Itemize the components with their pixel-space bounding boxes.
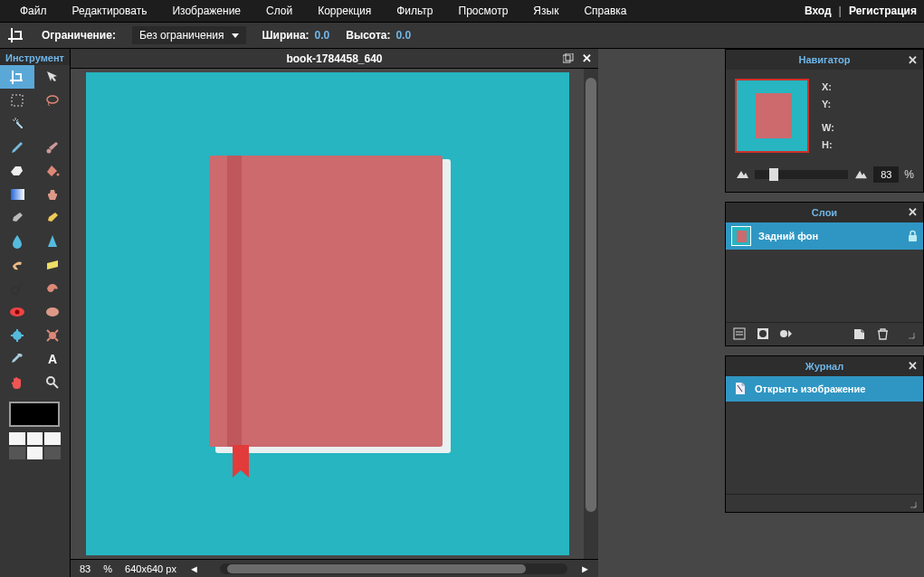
eraser-tool[interactable] bbox=[0, 159, 34, 183]
svg-point-3 bbox=[56, 174, 59, 176]
svg-point-8 bbox=[46, 307, 59, 317]
blur-tool[interactable] bbox=[0, 230, 34, 253]
marquee-tool[interactable] bbox=[0, 89, 34, 112]
sharpen-tool[interactable] bbox=[35, 230, 70, 253]
redeye-tool[interactable] bbox=[0, 300, 34, 324]
layer-mask-icon[interactable] bbox=[755, 326, 771, 342]
pencil-tool[interactable] bbox=[0, 136, 34, 159]
foreground-color-swatch[interactable] bbox=[9, 402, 60, 427]
history-panel-resize-icon[interactable] bbox=[903, 495, 919, 511]
layer-thumbnail bbox=[731, 226, 751, 246]
lock-icon[interactable] bbox=[908, 230, 918, 241]
draw-tool[interactable] bbox=[35, 206, 70, 230]
login-link[interactable]: Вход bbox=[805, 5, 832, 17]
menu-view[interactable]: Просмотр bbox=[446, 1, 521, 21]
history-title: Журнал bbox=[805, 361, 843, 372]
delete-layer-icon[interactable] bbox=[874, 326, 891, 342]
zoom-out-icon[interactable] bbox=[735, 169, 749, 180]
zoom-slider[interactable] bbox=[755, 170, 848, 179]
bucket-tool[interactable] bbox=[35, 159, 70, 183]
svg-point-2 bbox=[46, 149, 51, 154]
status-bar: 83 % 640x640 px ◄ ► bbox=[71, 559, 598, 577]
move-tool[interactable] bbox=[35, 65, 70, 89]
layer-row-background[interactable]: Задний фон bbox=[726, 222, 923, 250]
constraint-value: Без ограничения bbox=[139, 29, 224, 42]
gradient-tool[interactable] bbox=[0, 183, 34, 206]
wand-tool[interactable] bbox=[0, 112, 34, 136]
picker-tool[interactable] bbox=[0, 347, 34, 371]
new-layer-icon[interactable] bbox=[851, 326, 867, 342]
height-value[interactable]: 0.0 bbox=[395, 29, 411, 42]
svg-point-7 bbox=[15, 310, 20, 315]
svg-point-18 bbox=[759, 330, 767, 337]
document-icon bbox=[733, 382, 748, 396]
svg-point-5 bbox=[12, 287, 19, 294]
crop-tool-indicator-icon bbox=[5, 25, 25, 45]
options-bar: Ограничение: Без ограничения Ширина: 0.0… bbox=[0, 22, 924, 49]
svg-rect-0 bbox=[12, 95, 23, 106]
right-panel-column: Навигатор ✕ X: Y: W: H: 83 % bbox=[725, 49, 924, 577]
smudge-tool[interactable] bbox=[0, 253, 34, 277]
panel-resize-icon[interactable] bbox=[901, 326, 918, 342]
svg-point-1 bbox=[47, 96, 58, 103]
bloat-tool[interactable] bbox=[0, 324, 34, 347]
layers-panel: Слои ✕ Задний фон bbox=[725, 202, 924, 346]
hscroll-left-arrow-icon[interactable]: ◄ bbox=[189, 563, 198, 574]
type-tool[interactable]: A bbox=[35, 347, 70, 371]
register-link[interactable]: Регистрация bbox=[849, 5, 917, 17]
brush-tool[interactable] bbox=[35, 136, 70, 159]
spot-heal-tool[interactable] bbox=[35, 300, 70, 324]
menu-adjustment[interactable]: Коррекция bbox=[305, 1, 384, 21]
zoom-tool[interactable] bbox=[35, 371, 70, 394]
menu-layer[interactable]: Слой bbox=[253, 1, 305, 21]
svg-rect-4 bbox=[11, 189, 24, 200]
layer-styles-icon[interactable] bbox=[778, 326, 795, 342]
menu-filter[interactable]: Фильтр bbox=[384, 1, 445, 21]
document-header: book-1784458_640 ✕ bbox=[71, 49, 598, 69]
menu-language[interactable]: Язык bbox=[520, 1, 571, 21]
svg-rect-15 bbox=[909, 235, 917, 241]
svg-rect-13 bbox=[563, 55, 570, 62]
zoom-percent[interactable]: 83 bbox=[80, 563, 90, 574]
canvas-viewport[interactable] bbox=[71, 69, 584, 559]
canvas-dimensions: 640x640 px bbox=[125, 563, 176, 574]
lasso-tool[interactable] bbox=[35, 89, 70, 112]
hscroll-right-arrow-icon[interactable]: ► bbox=[580, 563, 589, 574]
menu-file[interactable]: Файл bbox=[7, 1, 60, 21]
vertical-scrollbar[interactable] bbox=[584, 69, 598, 559]
pinch-tool[interactable] bbox=[35, 324, 70, 347]
navigator-zoom-value[interactable]: 83 bbox=[873, 166, 899, 183]
tool-panel-title: Инструмент bbox=[0, 49, 70, 65]
menu-help[interactable]: Справка bbox=[571, 1, 639, 21]
chevron-down-icon bbox=[232, 33, 239, 38]
burn-tool[interactable] bbox=[35, 277, 70, 300]
layer-settings-icon[interactable] bbox=[731, 326, 748, 342]
svg-point-10 bbox=[49, 332, 56, 339]
menu-bar: Файл Редактировать Изображение Слой Корр… bbox=[0, 0, 924, 22]
width-value[interactable]: 0.0 bbox=[315, 29, 330, 42]
sponge-tool[interactable] bbox=[35, 253, 70, 277]
clone-tool[interactable] bbox=[35, 183, 70, 206]
history-panel: Журнал ✕ Открыть изображение bbox=[725, 355, 924, 513]
swatch-presets[interactable] bbox=[9, 432, 61, 459]
color-replace-tool[interactable] bbox=[0, 206, 34, 230]
history-item-open[interactable]: Открыть изображение bbox=[726, 376, 923, 402]
navigator-preview[interactable] bbox=[735, 79, 809, 153]
history-close-icon[interactable]: ✕ bbox=[908, 359, 918, 373]
maximize-icon[interactable] bbox=[562, 52, 575, 65]
history-item-label: Открыть изображение bbox=[755, 383, 865, 394]
zoom-percent-label: % bbox=[103, 563, 112, 574]
svg-rect-14 bbox=[566, 53, 573, 61]
menu-image[interactable]: Изображение bbox=[159, 1, 253, 21]
crop-tool[interactable] bbox=[0, 65, 34, 89]
dodge-tool[interactable] bbox=[0, 277, 34, 300]
layers-close-icon[interactable]: ✕ bbox=[908, 205, 918, 219]
menu-edit[interactable]: Редактировать bbox=[60, 1, 160, 21]
constraint-dropdown[interactable]: Без ограничения bbox=[132, 26, 246, 44]
hand-tool[interactable] bbox=[0, 371, 34, 394]
navigator-close-icon[interactable]: ✕ bbox=[908, 53, 918, 67]
close-icon[interactable]: ✕ bbox=[580, 52, 593, 65]
canvas-image bbox=[86, 72, 569, 555]
zoom-in-icon[interactable] bbox=[853, 169, 868, 180]
horizontal-scrollbar[interactable] bbox=[220, 563, 567, 574]
